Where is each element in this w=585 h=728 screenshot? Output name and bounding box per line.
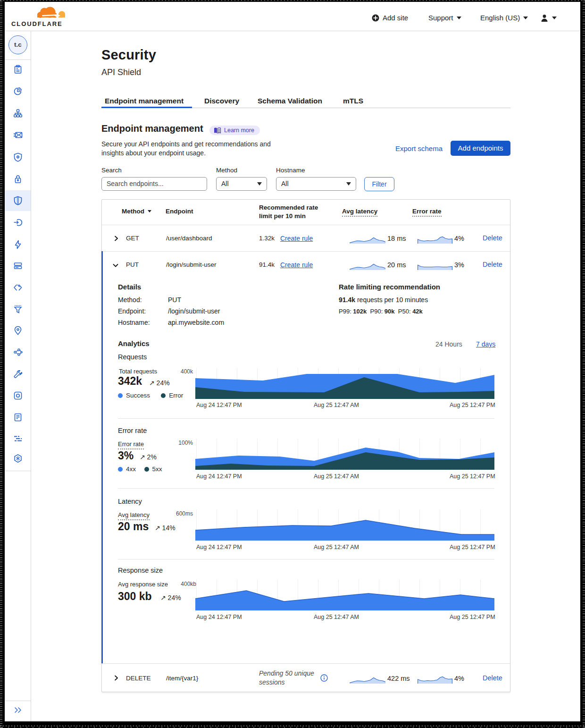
- svg-text:CLOUDFLARE: CLOUDFLARE: [11, 20, 63, 27]
